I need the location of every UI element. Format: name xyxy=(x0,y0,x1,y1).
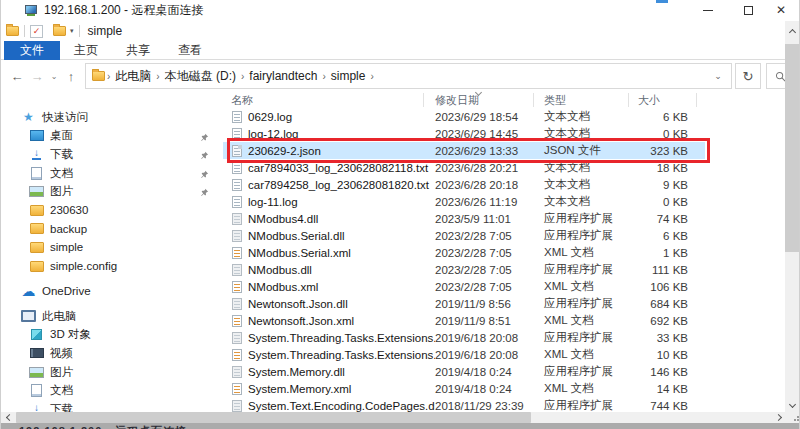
navigation-pane: 快速访问桌面下载文档图片230630backupsimplesimple.con… xyxy=(1,92,223,413)
file-row[interactable]: Newtonsoft.Json.xml2019/11/9 8:51XML 文档6… xyxy=(223,312,705,329)
column-header-类型[interactable]: 类型 xyxy=(544,92,628,108)
new-folder-button[interactable] xyxy=(53,26,66,36)
file-size: 0 KB xyxy=(628,196,690,208)
file-row[interactable]: NModbus.xml2023/2/28 7:05XML 文档106 KB xyxy=(223,278,705,295)
sidebar-item-backup[interactable]: backup xyxy=(1,220,223,239)
rdp-titlebar: 192.168.1.200 - 远程桌面连接 ✕ xyxy=(1,0,800,20)
file-row[interactable]: System.Threading.Tasks.Extensions.dll201… xyxy=(223,329,705,346)
file-size: 6 KB xyxy=(628,230,690,242)
json-file-icon xyxy=(232,145,242,157)
breadcrumb-chevron-icon: › xyxy=(154,71,161,82)
back-button[interactable]: ← xyxy=(7,65,27,87)
txt-file-icon xyxy=(232,196,242,208)
file-type: 应用程序扩展 xyxy=(544,211,628,226)
file-row[interactable]: NModbus.dll2023/2/28 7:05应用程序扩展111 KB xyxy=(223,261,705,278)
sidebar-item-simple[interactable]: simple xyxy=(1,238,223,257)
ribbon-tab-共享[interactable]: 共享 xyxy=(112,41,164,60)
sidebar-section-OneDrive[interactable]: OneDrive xyxy=(1,282,223,301)
dll-file-icon xyxy=(232,332,242,344)
sidebar-item-230630[interactable]: 230630 xyxy=(1,201,223,220)
file-row[interactable]: System.Memory.xml2019/4/18 0:24XML 文档14 … xyxy=(223,380,705,397)
vertical-scrollbar-thumb[interactable] xyxy=(785,44,799,252)
sidebar-item-文档[interactable]: 文档 xyxy=(1,164,223,183)
file-date-modified: 2019/4/18 0:24 xyxy=(435,366,544,378)
file-row[interactable]: log-11.log2023/6/26 11:19文本文档0 KB xyxy=(223,193,705,210)
column-header-修改日期[interactable]: 修改日期 xyxy=(435,92,544,108)
file-row[interactable]: NModbus4.dll2023/5/9 11:01应用程序扩展74 KB xyxy=(223,210,705,227)
sidebar-item-3D 对象[interactable]: 3D 对象 xyxy=(1,326,223,345)
file-date-modified: 2023/2/28 7:05 xyxy=(435,230,544,242)
forward-button[interactable]: → xyxy=(27,65,47,87)
customize-toolbar-dropdown[interactable]: ▾ xyxy=(70,27,74,35)
sidebar-item-图片[interactable]: 图片 xyxy=(1,363,223,382)
file-icon-wrap xyxy=(230,196,243,208)
file-type: 文本文档 xyxy=(544,160,628,175)
file-icon-wrap xyxy=(230,111,243,123)
sidebar-item-视频[interactable]: 视频 xyxy=(1,344,223,363)
search-input[interactable] xyxy=(766,63,787,89)
breadcrumb-item[interactable]: fairylandtech xyxy=(246,69,320,83)
file-row[interactable]: car7894258_log_230628081820.txt2023/6/28… xyxy=(223,176,705,193)
ribbon-tab-查看[interactable]: 查看 xyxy=(164,41,216,60)
scroll-left-button[interactable] xyxy=(1,412,15,423)
sidebar-item-图片[interactable]: 图片 xyxy=(1,182,223,201)
divider xyxy=(79,25,80,37)
properties-button[interactable]: ✓ xyxy=(30,25,43,38)
xml-file-icon xyxy=(232,349,242,361)
up-button[interactable]: ↑ xyxy=(61,65,81,87)
scroll-down-button[interactable] xyxy=(785,397,799,413)
breadcrumb-item[interactable]: simple xyxy=(328,69,369,83)
sidebar-section-此电脑[interactable]: 此电脑 xyxy=(1,307,223,326)
address-bar[interactable]: ›此电脑›本地磁盘 (D:)›fairylandtech›simple› ⌄ xyxy=(85,63,732,89)
file-type: XML 文档 xyxy=(544,313,628,328)
file-date-modified: 2023/6/29 14:45 xyxy=(435,128,544,140)
vertical-scrollbar[interactable] xyxy=(785,21,799,413)
refresh-button[interactable]: ↻ xyxy=(735,63,761,89)
file-row[interactable]: Newtonsoft.Json.dll2019/11/9 8:56应用程序扩展6… xyxy=(223,295,705,312)
file-type: 应用程序扩展 xyxy=(544,262,628,277)
column-header-大小[interactable]: 大小 xyxy=(628,92,690,108)
minimize-icon xyxy=(703,10,713,11)
scroll-right-button[interactable] xyxy=(773,412,787,423)
file-row[interactable]: NModbus.Serial.xml2023/2/28 7:05XML 文档1 … xyxy=(223,244,705,261)
file-row[interactable]: System.Threading.Tasks.Extensions.x...20… xyxy=(223,346,705,363)
file-name: 230629-2.json xyxy=(248,145,435,157)
breadcrumb-item[interactable]: 此电脑 xyxy=(112,68,154,85)
file-row[interactable]: 0629.log2023/6/29 18:54文本文档6 KB xyxy=(223,108,705,125)
file-row[interactable]: log-12.log2023/6/29 14:45文本文档0 KB xyxy=(223,125,705,142)
breadcrumb-item[interactable]: 本地磁盘 (D:) xyxy=(162,68,239,85)
xml-file-icon xyxy=(232,315,242,327)
sidebar-item-下载[interactable]: 下载 xyxy=(1,145,223,164)
maximize-button[interactable] xyxy=(733,0,763,20)
scroll-up-button[interactable] xyxy=(785,23,799,39)
download-icon xyxy=(29,147,44,161)
file-type: 文本文档 xyxy=(544,109,628,124)
minimize-button[interactable] xyxy=(693,0,723,20)
file-row[interactable]: NModbus.Serial.dll2023/2/28 7:05应用程序扩展6 … xyxy=(223,227,705,244)
file-row[interactable]: 230629-2.json2023/6/29 13:33JSON 文件323 K… xyxy=(223,142,705,159)
sidebar-section-快速访问[interactable]: 快速访问 xyxy=(1,108,223,127)
address-dropdown-icon[interactable]: ⌄ xyxy=(709,64,727,88)
file-row[interactable]: System.Memory.dll2019/4/18 0:24应用程序扩展146… xyxy=(223,363,705,380)
sidebar-item-simple.config[interactable]: simple.config xyxy=(1,257,223,276)
ribbon-tab-主页[interactable]: 主页 xyxy=(60,41,112,60)
explorer-app-icon xyxy=(6,26,19,36)
file-list-pane: 名称修改日期类型大小 0629.log2023/6/29 18:54文本文档6 … xyxy=(223,92,787,413)
ribbon-tab-文件[interactable]: 文件 xyxy=(4,41,60,60)
column-header-名称[interactable]: 名称 xyxy=(223,92,435,108)
sidebar-item-文档[interactable]: 文档 xyxy=(1,381,223,400)
horizontal-scrollbar-thumb[interactable] xyxy=(16,412,531,423)
file-size: 74 KB xyxy=(628,213,690,225)
folder-icon xyxy=(29,240,44,254)
horizontal-scrollbar[interactable] xyxy=(1,412,800,423)
file-name: car7894258_log_230628081820.txt xyxy=(248,179,435,191)
folder-icon xyxy=(29,203,44,217)
sidebar-item-桌面[interactable]: 桌面 xyxy=(1,127,223,146)
file-row[interactable]: car7894033_log_230628082118.txt2023/6/28… xyxy=(223,159,705,176)
file-name: NModbus4.dll xyxy=(248,213,435,225)
file-size: 0 KB xyxy=(628,128,690,140)
close-button[interactable]: ✕ xyxy=(766,0,796,20)
file-name: Newtonsoft.Json.xml xyxy=(248,315,435,327)
sidebar-item-label: 文档 xyxy=(50,166,73,181)
recent-locations-dropdown[interactable]: ⌄ xyxy=(47,65,61,87)
